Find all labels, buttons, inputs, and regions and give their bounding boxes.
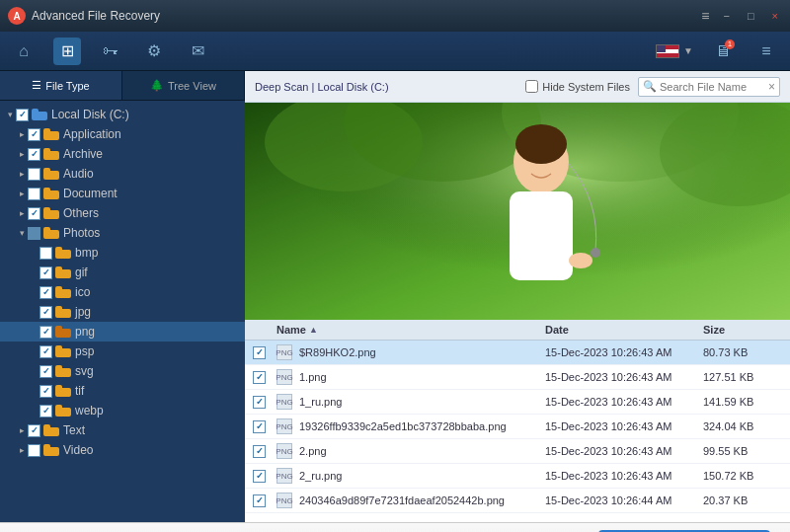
file-row[interactable]: PNG 19326ffb9339c2a5ed1bc373728bbaba.png… [245, 415, 790, 439]
sidebar-item-document[interactable]: ▸ Document [0, 184, 245, 203]
home-button[interactable]: ⌂ [10, 38, 38, 65]
file-checkbox-5[interactable] [253, 470, 266, 483]
svg-point-10 [591, 248, 600, 258]
root-expand-icon[interactable]: ▾ [4, 110, 16, 119]
text-checkbox[interactable] [28, 424, 40, 437]
sidebar-item-photos[interactable]: ▾ Photos [0, 223, 245, 243]
col-header-size[interactable]: Size [703, 324, 782, 336]
file-name-6: 240346a9d89f7e7231fdaeaf2052442b.png [299, 494, 505, 506]
file-checkbox-3[interactable] [253, 420, 266, 433]
application-checkbox[interactable] [28, 128, 40, 141]
photos-checkbox[interactable] [28, 227, 40, 240]
sidebar-item-gif[interactable]: gif [0, 263, 245, 282]
video-folder-icon [43, 444, 59, 456]
hide-system-files-checkbox[interactable] [525, 80, 538, 93]
tree-view-icon: 🌲 [150, 79, 164, 92]
audio-expand-icon[interactable]: ▸ [16, 169, 28, 179]
sidebar-item-bmp[interactable]: bmp [0, 243, 245, 263]
file-row[interactable]: PNG 1.png 15-Dec-2023 10:26:43 AM 127.51… [245, 365, 790, 390]
sidebar-item-text[interactable]: ▸ Text [0, 420, 245, 440]
search-input[interactable] [660, 81, 768, 93]
file-list-header: Name ▲ Date Size [245, 320, 790, 341]
hide-system-files-label: Hide System Files [542, 81, 630, 93]
text-folder-icon [43, 424, 59, 436]
file-checkbox-0[interactable] [253, 346, 266, 359]
sidebar-item-jpg[interactable]: jpg [0, 302, 245, 322]
file-size-1: 127.51 KB [703, 371, 782, 383]
maximize-button[interactable]: □ [744, 10, 758, 22]
sidebar-item-others[interactable]: ▸ Others [0, 203, 245, 223]
document-checkbox[interactable] [28, 188, 40, 200]
sidebar-item-svg[interactable]: svg [0, 361, 245, 381]
psp-checkbox[interactable] [40, 345, 52, 358]
application-folder-icon [43, 128, 59, 140]
root-checkbox[interactable] [16, 109, 29, 121]
sidebar-item-audio[interactable]: ▸ Audio [0, 164, 245, 184]
minimize-button[interactable]: − [719, 10, 733, 22]
file-checkbox-2[interactable] [253, 396, 266, 409]
scan-button[interactable]: ⊞ [53, 38, 81, 65]
notification-button[interactable]: 🖥 1 [709, 38, 737, 65]
others-checkbox[interactable] [28, 207, 40, 220]
bmp-checkbox[interactable] [40, 247, 52, 260]
file-row[interactable]: PNG 2_ru.png 15-Dec-2023 10:26:43 AM 150… [245, 464, 790, 489]
language-selector[interactable]: ▼ [656, 44, 693, 58]
tree-root[interactable]: ▾ Local Disk (C:) [0, 105, 245, 124]
close-button[interactable]: × [768, 10, 782, 22]
gif-checkbox[interactable] [40, 266, 52, 279]
search-clear-button[interactable]: × [768, 80, 775, 94]
others-expand-icon[interactable]: ▸ [16, 208, 28, 218]
png-checkbox[interactable] [40, 326, 52, 339]
file-row[interactable]: PNG 240346a9d89f7e7231fdaeaf2052442b.png… [245, 489, 790, 513]
ico-checkbox[interactable] [40, 286, 52, 299]
webp-checkbox[interactable] [40, 405, 52, 418]
archive-checkbox[interactable] [28, 148, 40, 161]
logo-letter: A [13, 11, 20, 22]
tab-file-type[interactable]: ☰ File Type [0, 71, 122, 100]
file-checkbox-1[interactable] [253, 371, 266, 384]
jpg-checkbox[interactable] [40, 306, 52, 319]
menu-icon[interactable]: ≡ [701, 8, 709, 24]
sidebar-item-archive[interactable]: ▸ Archive [0, 144, 245, 164]
sidebar-item-video[interactable]: ▸ Video [0, 440, 245, 460]
file-row[interactable]: PNG $R89HKO2.png 15-Dec-2023 10:26:43 AM… [245, 341, 790, 365]
col-header-name[interactable]: Name ▲ [276, 324, 545, 336]
document-expand-icon[interactable]: ▸ [16, 189, 28, 198]
hamburger-menu[interactable]: ≡ [752, 38, 780, 65]
audio-checkbox[interactable] [28, 168, 40, 181]
hide-system-files-control[interactable]: Hide System Files [525, 80, 630, 93]
text-expand-icon[interactable]: ▸ [16, 425, 28, 435]
photos-expand-icon[interactable]: ▾ [16, 228, 28, 238]
bmp-label: bmp [75, 246, 98, 260]
sidebar-item-webp[interactable]: webp [0, 401, 245, 420]
sidebar-item-png[interactable]: png [0, 322, 245, 342]
col-header-date[interactable]: Date [545, 324, 703, 336]
svg-checkbox[interactable] [40, 365, 52, 378]
settings-button[interactable]: ⚙ [140, 38, 168, 65]
archive-expand-icon[interactable]: ▸ [16, 149, 28, 159]
tab-tree-view[interactable]: 🌲 Tree View [122, 71, 245, 100]
file-checkbox-4[interactable] [253, 445, 266, 458]
application-expand-icon[interactable]: ▸ [16, 129, 28, 139]
sidebar-item-ico[interactable]: ico [0, 282, 245, 302]
file-type-icon-5: PNG [276, 468, 292, 484]
video-expand-icon[interactable]: ▸ [16, 445, 28, 455]
svg-rect-7 [510, 191, 573, 280]
tif-checkbox[interactable] [40, 385, 52, 398]
file-name-1: 1.png [299, 371, 327, 383]
search-box[interactable]: 🔍 × [638, 77, 780, 97]
file-type-icon-0: PNG [276, 344, 292, 360]
email-button[interactable]: ✉ [184, 38, 211, 65]
sidebar-item-application[interactable]: ▸ Application [0, 124, 245, 144]
video-checkbox[interactable] [28, 444, 40, 457]
file-row[interactable]: PNG 1_ru.png 15-Dec-2023 10:26:43 AM 141… [245, 390, 790, 415]
file-checkbox-6[interactable] [253, 494, 266, 507]
key-button[interactable]: 🗝 [97, 38, 124, 65]
file-type-icon: ☰ [32, 79, 41, 92]
sidebar-item-psp[interactable]: psp [0, 342, 245, 361]
sidebar-item-tif[interactable]: tif [0, 381, 245, 401]
root-folder-icon [32, 109, 47, 120]
video-label: Video [63, 443, 93, 457]
file-row[interactable]: PNG 2.png 15-Dec-2023 10:26:43 AM 99.55 … [245, 439, 790, 464]
archive-folder-icon [43, 148, 59, 160]
